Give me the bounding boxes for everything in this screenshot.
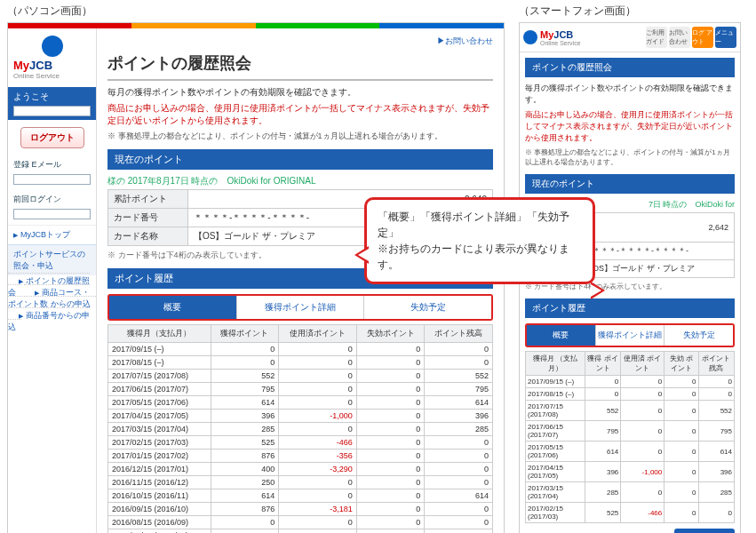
col-header: 獲得月（支払月） <box>108 325 211 343</box>
sp-tab-expire[interactable]: 失効予定 <box>664 325 733 346</box>
cell: 0 <box>211 356 279 370</box>
cell: 0 <box>356 489 425 503</box>
cell: 396 <box>585 462 620 482</box>
pc-label: （パソコン画面） <box>7 4 505 19</box>
sp-logo-my: My <box>540 29 553 40</box>
lastlogin-value <box>13 209 91 219</box>
cell: 2017/06/15 (2017/07) <box>108 383 211 396</box>
warning: 商品にお申し込みの場合、使用月に使用済ポイントが一括してマイナス表示されますが、… <box>107 102 493 127</box>
col-header: ポイント 残高 <box>698 352 734 376</box>
sp-logout-icon[interactable]: ログ アウト <box>692 27 713 48</box>
cell: 876 <box>211 503 279 516</box>
sp-warn: 商品にお申し込みの場合、使用月に使用済ポイントが一括してマイナス表示されますが、… <box>525 109 735 144</box>
cell: 2017/09/15 (–) <box>108 343 211 356</box>
cell: 0 <box>425 356 493 370</box>
table-row: 2017/05/15 (2017/06)61400614 <box>108 396 493 410</box>
cell: 2017/04/15 (2017/05) <box>526 462 585 482</box>
lastlogin-label: 前回ログイン <box>8 190 96 209</box>
cell: 0 <box>356 410 425 423</box>
cell: 614 <box>698 442 734 462</box>
cell: 552 <box>211 370 279 383</box>
next-button[interactable]: 次ページ <box>674 529 735 533</box>
cell: 0 <box>279 396 357 410</box>
cell: 0 <box>664 401 698 421</box>
cell: 396 <box>211 410 279 423</box>
cell: 0 <box>425 503 493 516</box>
row-k0: 累計ポイント <box>108 190 188 209</box>
table-row: 2017/05/15 (2017/06)61400614 <box>526 442 735 462</box>
table-row: 2017/02/15 (2017/03)525-46600 <box>526 503 735 523</box>
guide-icon[interactable]: ご利用 ガイド <box>646 27 667 48</box>
table-row: 2017/04/15 (2017/05)396-1,0000396 <box>108 410 493 423</box>
sp-v0: 2,642 <box>579 213 735 243</box>
cell: 876 <box>211 449 279 463</box>
sp-label: （スマートフォン画面） <box>519 4 741 19</box>
col-header: 使用済ポイント <box>279 325 357 343</box>
tabs-pc: 概要 獲得ポイント詳細 失効予定 <box>107 294 493 321</box>
sp-v1: ＊＊＊＊-＊＊＊＊-＊＊＊＊- <box>579 243 735 260</box>
cell: 0 <box>585 388 620 401</box>
cell: 2017/08/15 (–) <box>526 388 585 401</box>
cell: 0 <box>664 376 698 388</box>
logo-jcb: JCB <box>29 59 52 72</box>
col-header: 失効 ポイント <box>664 352 698 376</box>
cell: 2016/12/15 (2017/01) <box>108 463 211 476</box>
sidebar-top[interactable]: MyJCBトップ <box>8 225 96 244</box>
callout-l1: 「概要」「獲得ポイント詳細」「失効予定」 <box>378 209 582 241</box>
sp-tab-detail[interactable]: 獲得ポイント詳細 <box>596 325 665 346</box>
sidebar-link-2[interactable]: 商品番号からの申込 <box>8 307 90 334</box>
cell: 0 <box>664 482 698 503</box>
cell: 2017/07/15 (2017/08) <box>526 401 585 421</box>
page-title: ポイントの履歴照会 <box>107 47 493 81</box>
col-header: 獲得 ポイント <box>585 352 620 376</box>
col-header: 獲得ポイント <box>211 325 279 343</box>
table-row: 2017/03/15 (2017/04)28500285 <box>108 423 493 436</box>
contact-icon[interactable]: お問い 合わせ <box>669 27 690 48</box>
cell: -356 <box>279 449 357 463</box>
menu-icon[interactable]: メニュー <box>715 27 736 48</box>
breadcrumb[interactable]: ▶お問い合わせ <box>107 36 493 47</box>
welcome-field <box>13 106 91 116</box>
cell: 0 <box>425 476 493 489</box>
cell: 0 <box>425 449 493 463</box>
tab-expire[interactable]: 失効予定 <box>364 296 491 319</box>
cell: 0 <box>356 503 425 516</box>
cell: 0 <box>356 396 425 410</box>
table-row: 2017/08/15 (–)0000 <box>526 388 735 401</box>
table-row: 2017/09/15 (–)0000 <box>526 376 735 388</box>
section-current: 現在のポイント <box>107 149 493 170</box>
cell: 0 <box>279 343 357 356</box>
tab-detail[interactable]: 獲得ポイント詳細 <box>237 296 365 319</box>
cell: 0 <box>621 401 664 421</box>
sp-tab-overview[interactable]: 概要 <box>527 325 596 346</box>
cell: 0 <box>425 463 493 476</box>
table-row: 2017/09/15 (–)0000 <box>108 343 493 356</box>
cell: 0 <box>279 356 357 370</box>
sp-lead: 毎月の獲得ポイント数やポイントの有効期限を確認できます。 <box>525 83 735 106</box>
cell: 2017/08/15 (–) <box>108 356 211 370</box>
cell: 552 <box>698 401 734 421</box>
cell: 0 <box>279 516 357 529</box>
row-k2: カード名称 <box>108 227 188 246</box>
cell: 2016/08/15 (2016/09) <box>108 516 211 529</box>
tab-overview[interactable]: 概要 <box>109 296 237 319</box>
cell: 2017/06/15 (2017/07) <box>526 421 585 442</box>
cell: 0 <box>698 376 734 388</box>
cell: 2017/05/15 (2017/06) <box>526 442 585 462</box>
cell: 0 <box>356 476 425 489</box>
sidebar-pointservice[interactable]: ポイントサービスの 照会・申込 <box>8 244 96 275</box>
cell: 614 <box>425 489 493 503</box>
cell: 2016/07/15 (2016/08) <box>108 529 211 534</box>
cell: 2016/10/15 (2016/11) <box>108 489 211 503</box>
welcome-box: ようこそ <box>8 87 96 120</box>
cell: 285 <box>211 423 279 436</box>
sp-v2: 【OS】ゴールド ザ・プレミア <box>579 260 735 278</box>
sp-logo-jcb: JCB <box>553 29 573 40</box>
logo-my: My <box>13 59 29 72</box>
table-row: 2016/07/15 (2016/08)233000 <box>108 529 493 534</box>
logout-button[interactable]: ログアウト <box>20 127 84 148</box>
cell: 2017/07/15 (2017/08) <box>108 370 211 383</box>
cell: 0 <box>279 476 357 489</box>
cell: 0 <box>425 436 493 449</box>
table-row: 2017/02/15 (2017/03)525-46600 <box>108 436 493 449</box>
